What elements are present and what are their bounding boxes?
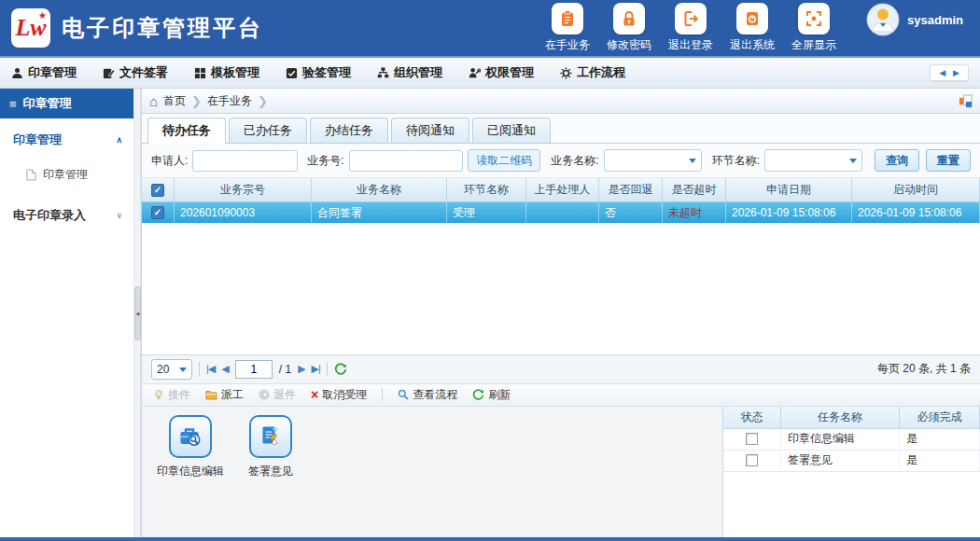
task-status-checkbox[interactable] bbox=[746, 433, 758, 445]
menu-item-file-signing[interactable]: 文件签署 bbox=[103, 64, 168, 81]
receive-button: 接件 bbox=[153, 387, 190, 403]
action-in-hand-business[interactable]: 在手业务 bbox=[541, 3, 594, 53]
column-header[interactable]: 启动时间 bbox=[852, 178, 980, 201]
user-info[interactable]: sysadmin bbox=[866, 3, 963, 36]
menu-item-label: 组织管理 bbox=[394, 64, 442, 81]
logo-star-icon: ★ bbox=[38, 10, 47, 21]
receive-label: 接件 bbox=[168, 387, 190, 403]
fullscreen-icon bbox=[805, 9, 823, 28]
lightbulb-icon bbox=[153, 389, 164, 400]
menu-item-workflow[interactable]: 工作流程 bbox=[560, 64, 625, 81]
tab-read-notices[interactable]: 已阅通知 bbox=[472, 118, 551, 143]
refresh-icon[interactable] bbox=[334, 363, 347, 376]
menu-item-seal-management[interactable]: 印章管理 bbox=[11, 64, 77, 81]
divider bbox=[199, 362, 200, 376]
tab-closed-tasks[interactable]: 办结任务 bbox=[310, 118, 388, 143]
first-page-button[interactable]: |◀ bbox=[206, 363, 215, 375]
prev-page-button[interactable]: ◀ bbox=[221, 363, 228, 375]
column-header[interactable]: 环节名称 bbox=[447, 178, 526, 201]
menu-item-label: 模板管理 bbox=[211, 64, 259, 81]
lock-icon bbox=[620, 9, 638, 28]
page-number-input[interactable] bbox=[235, 360, 273, 379]
column-header[interactable]: 业务宗号 bbox=[175, 178, 312, 201]
action-label: 修改密码 bbox=[607, 37, 651, 53]
sign-document-icon bbox=[103, 67, 115, 79]
scroll-left-icon[interactable]: ◀ bbox=[939, 68, 945, 77]
reset-button[interactable]: 重置 bbox=[926, 149, 971, 172]
column-header[interactable]: 申请日期 bbox=[726, 178, 852, 201]
total-pages-label: / 1 bbox=[279, 363, 291, 376]
cancel-accept-button[interactable]: × 取消受理 bbox=[311, 387, 367, 403]
chevron-down-icon: ∨ bbox=[116, 211, 122, 220]
org-tree-icon bbox=[377, 67, 389, 79]
briefcase-magnifier-icon bbox=[177, 423, 203, 450]
business-name-select[interactable] bbox=[604, 149, 702, 172]
clipboard-icon bbox=[558, 9, 577, 28]
top-header: Lw ★ 电子印章管理平台 在手业务 修改密码 退出登录 bbox=[0, 0, 980, 58]
sidebar-group-label: 电子印章录入 bbox=[13, 207, 86, 224]
last-page-button[interactable]: ▶| bbox=[312, 363, 320, 375]
splitter-collapse-handle[interactable]: ◀ bbox=[134, 286, 141, 340]
task-column-header: 任务名称 bbox=[781, 407, 900, 428]
next-page-button[interactable]: ▶ bbox=[298, 363, 304, 375]
column-header[interactable]: 业务名称 bbox=[312, 178, 447, 201]
action-exit-system[interactable]: 退出系统 bbox=[726, 3, 778, 53]
sidebar-panel-title: 印章管理 bbox=[23, 95, 72, 112]
menu-item-permission-management[interactable]: 权限管理 bbox=[469, 64, 534, 81]
refresh-button[interactable]: 刷新 bbox=[472, 387, 511, 403]
breadcrumb-home[interactable]: 首页 bbox=[163, 93, 186, 109]
task-sign-opinion[interactable]: 签署意见 bbox=[237, 415, 304, 538]
action-fullscreen[interactable]: 全屏显示 bbox=[788, 3, 840, 53]
action-logout[interactable]: 退出登录 bbox=[665, 3, 717, 53]
table-row[interactable]: ✓ 202601090003 合同签署 受理 否 未超时 2026-01-09 … bbox=[142, 202, 980, 223]
task-seal-info-edit[interactable]: 印章信息编辑 bbox=[157, 415, 224, 538]
column-header[interactable]: 上手处理人 bbox=[526, 178, 599, 201]
menu-item-verify-management[interactable]: 验签管理 bbox=[286, 64, 351, 81]
task-column-header: 状态 bbox=[723, 407, 781, 428]
action-toolbar: 接件 派工 退件 × 取消受理 查看流程 bbox=[142, 383, 980, 407]
cell-apply-date: 2026-01-09 15:08:06 bbox=[726, 202, 852, 223]
task-icon-area: 印章信息编辑 签署意见 bbox=[142, 407, 722, 538]
sidebar-item-seal-management[interactable]: 印章管理 bbox=[0, 156, 133, 194]
action-change-password[interactable]: 修改密码 bbox=[603, 3, 655, 53]
page-size-select[interactable]: 20 bbox=[151, 359, 192, 380]
task-status-checkbox[interactable] bbox=[746, 454, 758, 466]
scroll-right-icon[interactable]: ▶ bbox=[953, 68, 959, 77]
row-checkbox[interactable]: ✓ bbox=[151, 206, 164, 219]
gear-icon bbox=[560, 67, 572, 79]
task-icon-label: 印章信息编辑 bbox=[157, 464, 224, 479]
cell-timeout-status: 未超时 bbox=[663, 202, 726, 223]
sidebar-group-eseal-entry[interactable]: 电子印章录入 ∨ bbox=[0, 194, 133, 231]
menu-item-label: 印章管理 bbox=[28, 64, 77, 81]
cell-handler bbox=[526, 202, 599, 223]
sidebar-group-seal-management[interactable]: 印章管理 ∧ bbox=[0, 118, 133, 156]
column-header[interactable]: 是否回退 bbox=[599, 178, 663, 201]
panel-splitter[interactable]: ◀ bbox=[133, 89, 141, 537]
read-qr-button[interactable]: 读取二维码 bbox=[468, 149, 540, 172]
task-detail-panel: 印章信息编辑 签署意见 状态 任务名称 必须完成 bbox=[142, 407, 980, 538]
breadcrumb-current[interactable]: 在手业务 bbox=[207, 93, 252, 109]
view-flow-button[interactable]: 查看流程 bbox=[398, 387, 457, 403]
tab-unread-notices[interactable]: 待阅通知 bbox=[391, 118, 469, 143]
step-name-select[interactable] bbox=[764, 149, 862, 172]
chevron-down-icon bbox=[689, 159, 696, 167]
select-all-checkbox[interactable]: ✓ bbox=[151, 184, 164, 197]
tab-done-tasks[interactable]: 已办任务 bbox=[229, 118, 307, 143]
column-header[interactable]: 是否超时 bbox=[663, 178, 726, 201]
menu-scroll-control[interactable]: ◀ ▶ bbox=[930, 64, 969, 81]
tab-pending-tasks[interactable]: 待办任务 bbox=[147, 118, 226, 144]
business-no-input[interactable] bbox=[349, 150, 464, 172]
search-button[interactable]: 查询 bbox=[875, 149, 919, 172]
dispatch-button[interactable]: 派工 bbox=[205, 387, 244, 403]
page-title: 电子印章管理平台 bbox=[62, 13, 263, 43]
cell-business-no: 202601090003 bbox=[175, 202, 312, 223]
header-actions: 在手业务 修改密码 退出登录 退出系统 bbox=[541, 3, 969, 53]
tab-refresh-icon[interactable] bbox=[959, 94, 973, 108]
menu-item-organization-management[interactable]: 组织管理 bbox=[377, 64, 442, 81]
checkbox-icon bbox=[286, 67, 298, 79]
grid-icon bbox=[194, 67, 206, 79]
menu-item-template-management[interactable]: 模板管理 bbox=[194, 64, 259, 81]
breadcrumb: ⌂ 首页 ❯ 在手业务 ❯ bbox=[142, 89, 980, 114]
applicant-input[interactable] bbox=[192, 150, 298, 172]
step-name-label: 环节名称: bbox=[712, 153, 760, 169]
